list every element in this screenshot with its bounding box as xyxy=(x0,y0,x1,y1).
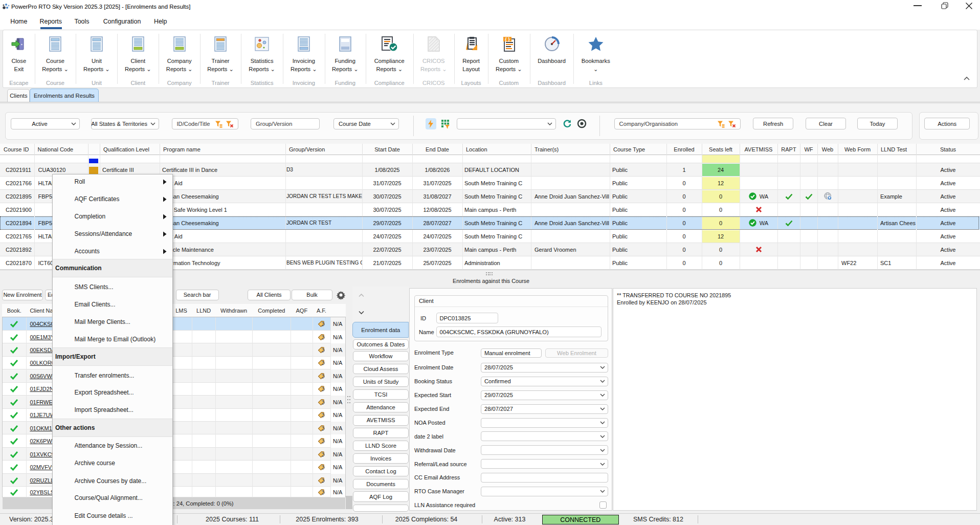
svg-text:{ }: { } xyxy=(505,37,510,42)
